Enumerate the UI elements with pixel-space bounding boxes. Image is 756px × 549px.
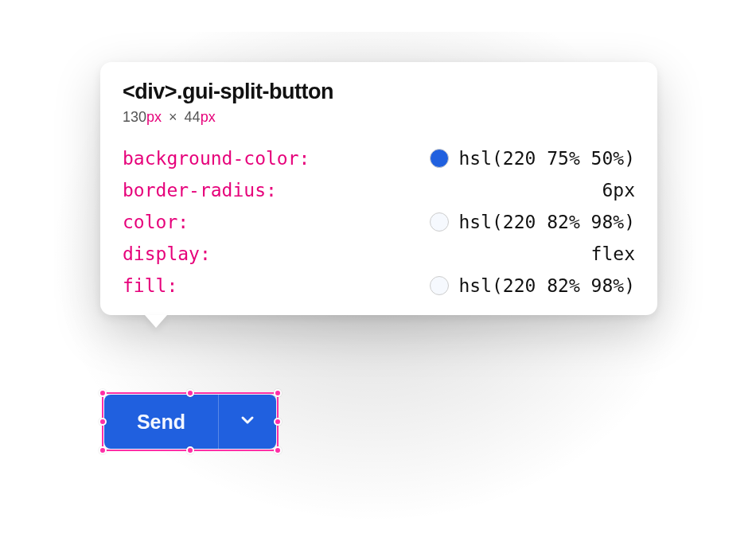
- color-swatch: [430, 276, 449, 295]
- dimensions-times: ×: [169, 109, 177, 125]
- css-prop-row: color:hsl(220 82% 98%): [123, 212, 635, 232]
- css-prop-name: color:: [123, 212, 189, 232]
- css-properties-list: background-color:hsl(220 75% 50%)border-…: [123, 148, 635, 296]
- chevron-down-icon: [238, 411, 257, 433]
- css-prop-row: fill:hsl(220 82% 98%): [123, 275, 635, 296]
- inspector-canvas: <div>.gui-split-button 130px × 44px back…: [0, 0, 756, 549]
- element-dimensions: 130px × 44px: [123, 109, 635, 126]
- selected-element-wrapper: Send: [104, 395, 276, 449]
- css-prop-row: border-radius:6px: [123, 180, 635, 201]
- send-button-label: Send: [137, 411, 185, 434]
- color-swatch: [430, 212, 449, 232]
- css-prop-value: hsl(220 82% 98%): [458, 275, 635, 296]
- send-button[interactable]: Send: [104, 395, 219, 449]
- width-value: 130: [123, 109, 146, 125]
- css-prop-name: border-radius:: [123, 180, 277, 201]
- css-prop-value: flex: [591, 243, 635, 264]
- element-selector: <div>.gui-split-button: [123, 80, 635, 104]
- height-value: 44: [185, 109, 201, 125]
- css-prop-value: hsl(220 75% 50%): [458, 148, 635, 169]
- resize-handle-br[interactable]: [274, 446, 282, 454]
- tooltip-header: <div>.gui-split-button 130px × 44px: [123, 80, 635, 126]
- height-unit: px: [201, 109, 216, 125]
- resize-handle-bl[interactable]: [99, 446, 107, 454]
- css-prop-name: display:: [123, 243, 211, 264]
- css-prop-name: background-color:: [123, 148, 310, 169]
- inspector-tooltip: <div>.gui-split-button 130px × 44px back…: [100, 62, 657, 315]
- css-prop-row: background-color:hsl(220 75% 50%): [123, 148, 635, 169]
- gui-split-button[interactable]: Send: [104, 395, 276, 449]
- css-prop-name: fill:: [123, 275, 177, 296]
- css-prop-row: display:flex: [123, 243, 635, 264]
- split-dropdown-button[interactable]: [219, 395, 276, 449]
- css-prop-value: hsl(220 82% 98%): [458, 212, 635, 232]
- color-swatch: [430, 149, 449, 168]
- resize-handle-tr[interactable]: [274, 389, 282, 397]
- css-prop-value: 6px: [602, 180, 635, 201]
- width-unit: px: [146, 109, 162, 125]
